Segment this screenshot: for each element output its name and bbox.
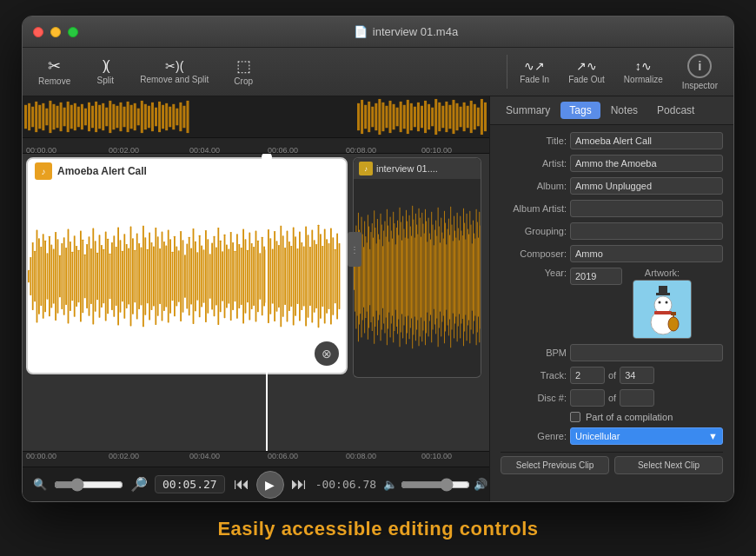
minimize-button[interactable] <box>50 27 61 37</box>
genre-dropdown[interactable]: Unicellular ▼ <box>570 427 723 445</box>
svg-rect-109 <box>76 246 77 307</box>
svg-rect-305 <box>426 222 427 334</box>
zoom-out-icon[interactable]: 🔍 <box>33 478 47 491</box>
title-bar: 📄 interview 01.m4a <box>23 17 733 48</box>
clip-interview[interactable]: ♪ interview 01.... <box>353 157 481 378</box>
svg-rect-135 <box>130 227 132 327</box>
svg-rect-246 <box>363 247 364 307</box>
tab-podcast[interactable]: Podcast <box>648 102 703 119</box>
svg-rect-58 <box>393 104 395 129</box>
playhead[interactable] <box>266 154 268 451</box>
svg-rect-248 <box>365 236 366 318</box>
artist-value[interactable]: Ammo the Amoeba <box>570 155 723 172</box>
close-button[interactable] <box>33 27 43 37</box>
fade-out-icon: ↗∿ <box>576 60 597 72</box>
svg-rect-103 <box>63 237 65 314</box>
svg-rect-91 <box>38 238 40 314</box>
svg-rect-250 <box>368 215 368 340</box>
crop-tool-button[interactable]: ⬚ Crop <box>221 55 266 89</box>
album-label: Album: <box>501 181 567 191</box>
svg-rect-301 <box>421 213 422 342</box>
disc-total-value[interactable] <box>620 389 654 407</box>
svg-rect-29 <box>123 107 126 128</box>
clip-resize-handle[interactable]: ⋮ <box>348 232 361 267</box>
normalize-button[interactable]: ↕∿ Normalize <box>615 56 672 88</box>
svg-rect-108 <box>74 235 76 316</box>
select-next-clip-button[interactable]: Select Next Clip <box>614 456 723 474</box>
grouping-value[interactable] <box>570 222 723 240</box>
clip-amoeba-alert-call[interactable]: ♪ Amoeba Alert Call // Will generate via… <box>26 157 348 374</box>
svg-rect-67 <box>424 101 427 133</box>
volume-slider[interactable] <box>401 478 470 492</box>
bpm-value[interactable] <box>570 344 723 361</box>
svg-rect-284 <box>404 228 405 325</box>
svg-rect-316 <box>438 208 439 348</box>
zoom-in-icon[interactable]: 🔎 <box>130 476 148 493</box>
fade-out-button[interactable]: ↗∿ Fade Out <box>560 56 613 88</box>
remove-tool-button[interactable]: ✂ Remove <box>30 55 79 89</box>
svg-rect-216 <box>299 231 301 321</box>
svg-rect-125 <box>109 254 111 300</box>
select-previous-clip-button[interactable]: Select Previous Clip <box>501 456 609 474</box>
title-label: Title: <box>501 136 567 146</box>
svg-rect-180 <box>224 235 226 318</box>
play-button[interactable]: ▶ <box>256 471 284 499</box>
svg-rect-342 <box>465 239 466 314</box>
zoom-slider[interactable] <box>54 478 123 492</box>
composer-value[interactable]: Ammo <box>570 245 723 262</box>
svg-rect-37 <box>151 103 154 131</box>
inspector-button[interactable]: i Inspector <box>673 50 726 94</box>
svg-rect-4 <box>35 102 37 132</box>
svg-rect-70 <box>434 99 437 135</box>
track-total-value[interactable]: 34 <box>620 367 654 384</box>
crop-label: Crop <box>234 76 253 86</box>
svg-rect-328 <box>450 207 451 348</box>
normalize-icon: ↕∿ <box>635 60 652 72</box>
bottom-ruler-marks: 00:00.00 00:02.00 00:04.00 00:06.00 00:0… <box>26 452 486 467</box>
svg-rect-333 <box>455 237 456 316</box>
svg-rect-275 <box>394 223 395 331</box>
svg-rect-133 <box>126 244 128 308</box>
maximize-button[interactable] <box>68 27 78 37</box>
svg-rect-185 <box>235 251 236 301</box>
fade-in-button[interactable]: ∿↗ Fade In <box>511 56 558 88</box>
album-value[interactable]: Ammo Unplugged <box>570 177 723 195</box>
svg-rect-55 <box>381 103 384 131</box>
svg-rect-63 <box>410 103 413 130</box>
svg-rect-143 <box>147 249 149 303</box>
compilation-checkbox[interactable] <box>570 412 580 422</box>
clip-amoeba-header: ♪ Amoeba Alert Call <box>28 159 346 183</box>
svg-rect-331 <box>454 216 454 339</box>
track-value[interactable]: 2 <box>570 367 605 384</box>
bpm-label: BPM <box>501 348 567 358</box>
artwork-box[interactable] <box>633 280 692 339</box>
remove-split-tool-button[interactable]: ✂)( Remove and Split <box>131 56 217 88</box>
album-artist-value[interactable] <box>570 200 723 217</box>
split-icon: )( <box>103 59 109 73</box>
svg-rect-354 <box>478 237 479 316</box>
svg-rect-140 <box>141 247 143 305</box>
title-value[interactable]: Amoeba Alert Call <box>570 132 723 149</box>
svg-rect-168 <box>199 235 201 317</box>
svg-rect-15 <box>74 103 76 130</box>
clip-action-button[interactable]: ⊗ <box>315 341 339 366</box>
split-tool-button[interactable]: )( Split <box>83 56 128 89</box>
tab-notes[interactable]: Notes <box>602 102 647 119</box>
tab-tags[interactable]: Tags <box>560 102 600 119</box>
svg-rect-209 <box>284 248 286 305</box>
traffic-lights <box>33 27 78 37</box>
disc-value[interactable] <box>570 389 605 407</box>
svg-rect-130 <box>120 240 122 313</box>
tab-summary[interactable]: Summary <box>497 102 559 119</box>
fast-forward-button[interactable]: ⏭ <box>289 473 308 495</box>
svg-rect-39 <box>158 102 161 132</box>
year-value[interactable]: 2019 <box>570 268 622 285</box>
svg-rect-169 <box>201 245 202 307</box>
svg-rect-79 <box>467 106 469 128</box>
svg-rect-153 <box>168 230 169 323</box>
svg-rect-94 <box>44 241 46 313</box>
rewind-button[interactable]: ⏮ <box>232 473 251 495</box>
svg-rect-278 <box>397 221 398 334</box>
svg-rect-93 <box>43 234 44 318</box>
svg-rect-335 <box>458 228 459 327</box>
